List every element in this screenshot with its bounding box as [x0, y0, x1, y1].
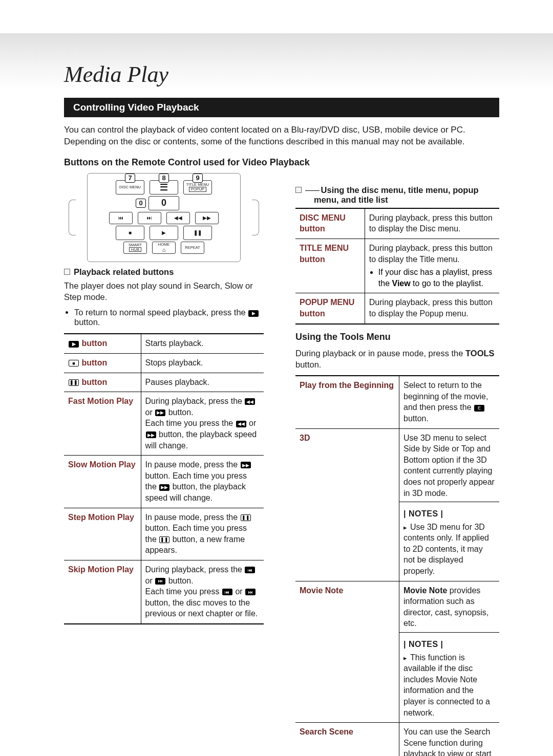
table-row: Step Motion Play In pause mode, press th… [64, 508, 264, 560]
disc-menu-sub: Using the disc menu, title menu, popup m… [295, 185, 499, 205]
section-heading: Controlling Video Playback [64, 98, 499, 117]
pause-icon: ❚❚ [159, 536, 169, 543]
diag-smarthub-button: SMART HUB [123, 242, 147, 254]
row-label: 3D [295, 428, 399, 581]
next-icon: ⏭ [245, 589, 256, 595]
remote-heading: Buttons on the Remote Control used for V… [64, 157, 499, 168]
row-label: Slow Motion Play [64, 456, 141, 508]
row-desc: In pause mode, press the ❚❚ button. Each… [141, 508, 264, 560]
page-title: Media Play [64, 61, 499, 88]
row-desc: In pause mode, press the ▶▶ button. Each… [141, 456, 264, 508]
prev-icon: ⏮ [222, 589, 232, 595]
prev-icon: ⏮ [245, 567, 255, 573]
intro-text: You can control the playback of video co… [64, 124, 499, 148]
diag-rew-button: ◀◀ [166, 212, 190, 224]
playback-bullets: To return to normal speed playback, pres… [64, 308, 264, 327]
ff-icon: ▶▶ [159, 484, 169, 491]
row-desc: During playback, press this button to di… [365, 239, 499, 293]
diag-prev-button: ⏮ [109, 212, 133, 224]
callout-9: 9 [193, 174, 203, 183]
diag-next-button: ⏭ [138, 212, 161, 224]
remote-outline-right [252, 200, 259, 235]
table-row: Fast Motion Play During playback, press … [64, 392, 264, 456]
diag-title-popup-button: 9 TITLE MENU POPUP [183, 180, 212, 195]
row-desc: Pauses playback. [141, 373, 264, 392]
row-desc: During playback, press the ⏮ or ⏭ button… [141, 560, 264, 623]
notes-label: | NOTES | [403, 508, 495, 520]
row-label: Play from the Beginning [295, 376, 399, 428]
row-label: Movie Note [295, 581, 399, 723]
diag-stop-button: ■ [116, 226, 144, 240]
enter-icon: E [474, 405, 484, 412]
note-item: Use 3D menu for 3D contents only. If app… [403, 522, 495, 577]
diag-play-button: ▶ [150, 226, 178, 240]
pause-icon: ❚❚ [69, 379, 79, 386]
row-desc: During playback, press this button to di… [365, 208, 499, 239]
diag-repeat-button: REPEAT [181, 242, 204, 254]
stop-icon: ■ [69, 360, 79, 366]
disc-menu-table: DISC MENUbutton During playback, press t… [295, 208, 499, 325]
tools-intro: During playback or in pause mode, press … [295, 348, 499, 371]
table-row: Movie Note Movie Note provides informati… [295, 581, 499, 723]
diag-home-button: HOME ⌂ [152, 242, 176, 254]
table-row: Play from the Beginning Select to return… [295, 376, 499, 428]
notes-label: | NOTES | [403, 639, 495, 650]
table-row: ▶ button Starts playback. [64, 334, 264, 353]
playback-note: The player does not play sound in Search… [64, 280, 264, 303]
right-column: Using the disc menu, title menu, popup m… [295, 173, 499, 756]
row-label: Skip Motion Play [64, 560, 141, 623]
callout-0: 0 [136, 199, 146, 208]
title-menu-bullet: If your disc has a playlist, press the V… [378, 267, 495, 289]
pause-icon: ❚❚ [241, 514, 251, 521]
diag-menu-button: 8 ☰ [150, 180, 178, 195]
row-label: ▶ button [64, 334, 141, 353]
row-label: Step Motion Play [64, 508, 141, 560]
table-row: TITLE MENUbutton During playback, press … [295, 239, 499, 293]
row-label: ■ button [64, 354, 141, 373]
row-label: Fast Motion Play [64, 392, 141, 456]
callout-7: 7 [125, 174, 135, 183]
row-label: ❚❚ button [64, 373, 141, 392]
row-desc: Movie Note provides information such as … [399, 581, 499, 723]
table-row: Slow Motion Play In pause mode, press th… [64, 456, 264, 508]
row-desc: During playback, press this button to di… [365, 293, 499, 324]
table-row: DISC MENUbutton During playback, press t… [295, 208, 499, 239]
callout-8: 8 [159, 174, 169, 183]
row-desc: Select to return to the beginning of the… [399, 376, 499, 428]
remote-diagram: 7 DISC MENU 8 ☰ 9 TITLE MENU POPUP [87, 173, 241, 262]
play-icon: ▶ [248, 310, 259, 317]
diag-zero-button: 0 0 [148, 196, 179, 210]
table-row: POPUP MENUbutton During playback, press … [295, 293, 499, 324]
page-content: Media Play Controlling Video Playback Yo… [0, 0, 553, 756]
diag-disc-menu-button: 7 DISC MENU [116, 180, 144, 195]
rew-icon: ◀◀ [245, 398, 255, 405]
table-row: Search Scene You can use the Search Scen… [295, 723, 499, 756]
ff-icon: ▶▶ [155, 409, 165, 416]
diag-pause-button: ❚❚ [183, 226, 212, 240]
two-column-layout: 7 DISC MENU 8 ☰ 9 TITLE MENU POPUP [64, 173, 499, 756]
next-icon: ⏭ [155, 578, 165, 585]
ff-icon: ▶▶ [146, 431, 156, 438]
tools-table: Play from the Beginning Select to return… [295, 375, 499, 756]
table-row: Skip Motion Play During playback, press … [64, 560, 264, 623]
remote-outline-left [69, 200, 76, 235]
row-label: DISC MENUbutton [295, 208, 365, 239]
row-desc: Use 3D menu to select Side by Side or To… [399, 428, 499, 581]
row-desc: Starts playback. [141, 334, 264, 353]
row-label: TITLE MENUbutton [295, 239, 365, 293]
row-desc: During playback, press the ◀◀ or ▶▶ butt… [141, 392, 264, 456]
ff-icon: ▶▶ [241, 462, 251, 468]
playback-sub: Playback related buttons [64, 267, 264, 277]
note-item: This function is available if the disc i… [403, 652, 495, 719]
table-row: 3D Use 3D menu to select Side by Side or… [295, 428, 499, 581]
row-label: POPUP MENUbutton [295, 293, 365, 324]
playback-table: ▶ button Starts playback. ■ button Stops… [64, 333, 264, 624]
table-row: ❚❚ button Pauses playback. [64, 373, 264, 392]
tools-heading: Using the Tools Menu [295, 332, 499, 342]
rew-icon: ◀◀ [236, 421, 246, 427]
diag-ff-button: ▶▶ [195, 212, 219, 224]
left-column: 7 DISC MENU 8 ☰ 9 TITLE MENU POPUP [64, 173, 264, 756]
row-label: Search Scene [295, 723, 399, 756]
row-desc: You can use the Search Scene function du… [399, 723, 499, 756]
row-desc: Stops playback. [141, 354, 264, 373]
